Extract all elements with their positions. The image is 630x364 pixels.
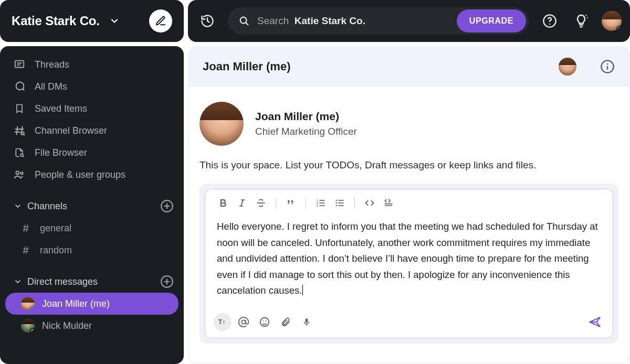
nav-label: Channel Browser [35, 125, 107, 136]
nav-threads[interactable]: Threads [0, 53, 184, 76]
unordered-list-button[interactable] [331, 195, 348, 211]
svg-line-10 [23, 156, 24, 157]
send-button[interactable] [585, 313, 604, 331]
svg-point-9 [20, 154, 23, 156]
presence-indicator [30, 328, 35, 333]
chevron-down-icon [14, 202, 22, 210]
separator [354, 197, 355, 209]
presence-indicator [30, 306, 35, 311]
channel-browser-icon [14, 125, 25, 136]
nav-label: People & user groups [35, 169, 125, 180]
chat-title: Joan Miller (me) [203, 60, 290, 73]
chevron-down-icon [109, 16, 120, 26]
unordered-list-icon [334, 198, 345, 208]
svg-point-24 [607, 63, 608, 65]
toggle-format-button[interactable]: TT [214, 313, 232, 331]
compose-button[interactable] [149, 9, 172, 33]
upgrade-button[interactable]: UPGRADE [457, 9, 526, 33]
nav-saved-items[interactable]: Saved Items [0, 98, 184, 120]
nav-file-browser[interactable]: File Browser [0, 142, 184, 164]
profile-block: Joan Miller (me) Chief Marketing Officer [200, 102, 618, 146]
svg-line-8 [24, 134, 25, 135]
message-input[interactable]: Hello everyone. I regret to inform you t… [205, 215, 613, 308]
text-format-icon: TT [217, 317, 228, 327]
search-input[interactable]: Search Katie Stark Co. UPGRADE [228, 7, 529, 35]
svg-text:3: 3 [317, 204, 318, 207]
channel-general[interactable]: # general [0, 217, 184, 239]
add-dm-button[interactable] [160, 274, 174, 289]
threads-icon [14, 59, 25, 70]
code-button[interactable] [361, 195, 378, 211]
microphone-icon [302, 316, 311, 328]
pencil-icon [155, 15, 166, 27]
svg-line-3 [17, 126, 18, 135]
sidebar: Threads All DMs Saved Items Channel Brow… [0, 46, 184, 364]
quote-button[interactable] [282, 195, 299, 211]
svg-text:T: T [218, 318, 223, 326]
workspace-switcher[interactable]: Katie Stark Co. [0, 0, 184, 42]
user-avatar[interactable] [602, 11, 622, 31]
svg-point-47 [260, 317, 269, 326]
workspace-name: Katie Stark Co. [12, 14, 100, 28]
file-browser-icon [14, 147, 25, 158]
italic-button[interactable] [234, 195, 250, 211]
nav-channel-browser[interactable]: Channel Browser [0, 120, 184, 142]
content-area: Joan Miller (me) Joan Miller (me) Chief … [188, 46, 630, 364]
hash-icon: # [20, 244, 32, 256]
svg-point-11 [16, 171, 19, 174]
chevron-down-icon [14, 277, 22, 286]
nav-all-dms[interactable]: All DMs [0, 76, 184, 98]
mention-button[interactable] [235, 313, 253, 331]
history-icon [200, 14, 215, 28]
ordered-list-icon: 123 [315, 198, 327, 208]
nav-label: Saved Items [35, 103, 87, 114]
svg-point-7 [21, 132, 24, 134]
code-block-button[interactable] [380, 195, 397, 211]
presence-indicator [616, 26, 622, 31]
strike-button[interactable] [253, 195, 269, 211]
add-channel-button[interactable] [160, 199, 174, 213]
search-icon [238, 15, 250, 27]
channels-section-header[interactable]: Channels [0, 195, 184, 217]
composer: 123 Hello everyone. I regret to inform y… [200, 184, 618, 344]
dms-section-header[interactable]: Direct messages [0, 271, 184, 293]
avatar [21, 319, 35, 333]
whats-new-button[interactable] [570, 10, 592, 32]
send-icon [587, 315, 602, 329]
topbar: Search Katie Stark Co. UPGRADE [188, 0, 630, 42]
channel-name: general [40, 223, 71, 234]
channel-random[interactable]: # random [0, 239, 184, 261]
dm-nick-mulder[interactable]: Nick Mulder [5, 315, 178, 337]
ordered-list-button[interactable]: 123 [312, 195, 329, 211]
help-icon [542, 14, 557, 28]
info-icon [600, 59, 615, 74]
blockquote-icon [285, 198, 297, 208]
nav-people[interactable]: People & user groups [0, 164, 184, 186]
italic-icon [237, 198, 247, 208]
bold-button[interactable] [215, 195, 232, 211]
header-avatar[interactable] [559, 58, 576, 76]
space-description: This is your space. List your TODOs, Dra… [200, 159, 618, 171]
record-button[interactable] [298, 313, 316, 331]
composer-bottom-bar: TT [205, 308, 613, 338]
svg-point-39 [335, 200, 337, 201]
profile-avatar[interactable] [200, 102, 244, 146]
svg-point-12 [20, 172, 23, 174]
attach-button[interactable] [277, 313, 295, 331]
chat-header: Joan Miller (me) [188, 46, 630, 87]
svg-line-28 [241, 200, 243, 206]
svg-point-46 [242, 320, 245, 324]
search-placeholder: Search Katie Stark Co. [257, 15, 449, 27]
help-button[interactable] [539, 10, 561, 32]
bookmark-icon [14, 103, 25, 114]
lightbulb-icon [573, 13, 589, 29]
dm-name: Nick Mulder [42, 320, 92, 331]
info-button[interactable] [600, 59, 615, 74]
emoji-button[interactable] [256, 313, 274, 331]
dm-joan-miller[interactable]: Joan Miller (me) [5, 293, 178, 315]
section-label: Channels [27, 201, 154, 212]
nav-label: All DMs [35, 81, 67, 92]
avatar [21, 297, 35, 311]
svg-point-22 [549, 24, 550, 25]
history-button[interactable] [196, 10, 218, 32]
